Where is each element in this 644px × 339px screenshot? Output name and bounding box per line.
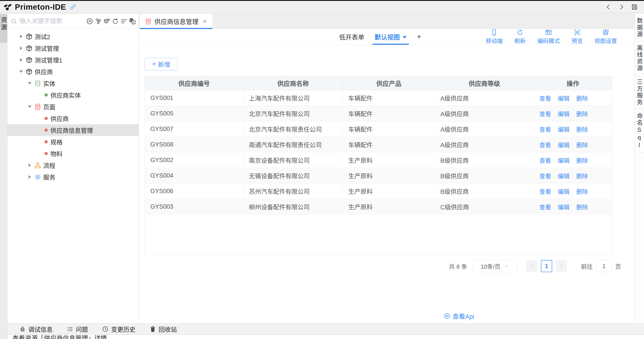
- tree-item-流程[interactable]: 流程: [8, 159, 138, 171]
- tree-item-服务[interactable]: 服务: [8, 171, 138, 183]
- tree-arrow-collapsed[interactable]: [27, 174, 33, 180]
- column-header-供应商编号: 供应商编号: [145, 76, 244, 90]
- dot-red-icon: [44, 152, 48, 155]
- tree-item-测试管理1[interactable]: 测试管理1: [8, 54, 138, 66]
- row-action-编辑[interactable]: 编辑: [558, 140, 570, 149]
- cell-name: 柳州设备配件有限公司: [244, 199, 343, 214]
- relation-icon[interactable]: [95, 18, 102, 25]
- next-page-button[interactable]: [556, 260, 567, 272]
- row-action-删除[interactable]: 删除: [576, 110, 588, 118]
- bottom-bar-调试信息[interactable]: 调试信息: [19, 325, 53, 334]
- tree-arrow-collapsed[interactable]: [18, 45, 24, 51]
- tree-item-供应商[interactable]: 供应商: [8, 112, 138, 124]
- tree-arrow-collapsed[interactable]: [18, 34, 24, 40]
- row-action-删除[interactable]: 删除: [576, 94, 588, 102]
- link-icon[interactable]: [69, 4, 76, 10]
- tree-item-供应商实体[interactable]: 供应商实体: [8, 89, 138, 101]
- table-header: 供应商编号供应商名称供应产品供应商等级操作: [145, 76, 612, 90]
- goto-page-input[interactable]: [596, 260, 612, 272]
- right-panel-tab-离线资源[interactable]: 离线资源: [635, 41, 644, 75]
- tree-item-label: 测试2: [35, 32, 50, 41]
- chevron-left-icon[interactable]: [605, 4, 612, 10]
- tree-item-页面[interactable]: 页面: [8, 101, 138, 112]
- translate-icon[interactable]: En文: [129, 18, 136, 25]
- right-panel-tabs: 数据源离线资源三方服务命名Sql: [634, 14, 644, 324]
- close-icon[interactable]: [202, 19, 208, 24]
- view-action-移动端[interactable]: 移动端: [486, 29, 503, 44]
- add-view-button[interactable]: +: [417, 33, 421, 41]
- row-action-删除[interactable]: 删除: [576, 125, 588, 133]
- package-icon: [26, 45, 33, 52]
- row-action-编辑[interactable]: 编辑: [558, 202, 570, 211]
- resource-tree: 测试2测试管理测试管理1供应商实体供应商实体页面供应商供应商信息管理规格物料流程…: [8, 29, 138, 183]
- view-action-刷新[interactable]: 刷新: [514, 29, 526, 44]
- row-action-查看[interactable]: 查看: [539, 156, 551, 164]
- view-action-视图设置[interactable]: 视图设置: [594, 29, 617, 44]
- tree-item-label: 服务: [43, 173, 55, 182]
- sort-icon[interactable]: [120, 18, 127, 25]
- tree-item-实体[interactable]: 实体: [8, 78, 138, 89]
- prev-page-button[interactable]: [526, 260, 537, 272]
- tree-arrow-expanded[interactable]: [18, 69, 24, 74]
- tree-item-规格[interactable]: 规格: [8, 136, 138, 148]
- view-tab-default[interactable]: 默认视图: [375, 29, 406, 45]
- tree-item-供应商信息管理[interactable]: 供应商信息管理: [8, 124, 138, 136]
- row-action-编辑[interactable]: 编辑: [558, 172, 570, 180]
- bottom-toolbar: 调试信息问题变更历史回收站: [8, 324, 644, 335]
- activity-tab-resources[interactable]: 资源: [0, 14, 7, 43]
- row-action-编辑[interactable]: 编辑: [558, 156, 570, 164]
- row-action-查看[interactable]: 查看: [539, 202, 551, 211]
- chevron-right-icon[interactable]: [618, 4, 625, 10]
- add-button[interactable]: + 新增: [145, 58, 178, 70]
- row-action-查看[interactable]: 查看: [539, 125, 551, 133]
- tree-arrow-expanded[interactable]: [27, 80, 33, 86]
- current-page-button[interactable]: 1: [541, 260, 552, 272]
- ai-icon[interactable]: AI: [86, 18, 93, 25]
- tree-item-供应商[interactable]: 供应商: [8, 66, 138, 78]
- tree-arrow-collapsed[interactable]: [27, 162, 33, 168]
- pagination: 共 8 条 10条/页 1 前往 页: [139, 260, 621, 272]
- save-icon[interactable]: [631, 4, 638, 10]
- tree-item-label: 测试管理1: [35, 56, 62, 64]
- row-action-编辑[interactable]: 编辑: [558, 94, 570, 102]
- page-size-value: 10条/页: [481, 262, 500, 270]
- row-action-删除[interactable]: 删除: [576, 172, 588, 180]
- row-action-编辑[interactable]: 编辑: [558, 187, 570, 196]
- page-size-select[interactable]: 10条/页: [473, 260, 517, 272]
- row-action-删除[interactable]: 删除: [576, 156, 588, 164]
- bottom-bar-回收站[interactable]: 回收站: [150, 325, 177, 334]
- row-action-查看[interactable]: 查看: [539, 172, 551, 180]
- refresh-icon[interactable]: [112, 18, 119, 25]
- right-panel-tab-数据源[interactable]: 数据源: [635, 14, 644, 41]
- right-panel-tab-命名Sql[interactable]: 命名Sql: [635, 109, 644, 152]
- tab-supplier-info[interactable]: 供应商信息管理: [140, 14, 212, 29]
- total-count: 共 8 条: [449, 262, 467, 270]
- row-action-查看[interactable]: 查看: [539, 94, 551, 102]
- row-action-编辑[interactable]: 编辑: [558, 125, 570, 133]
- tree-arrow-collapsed[interactable]: [18, 57, 24, 63]
- row-action-编辑[interactable]: 编辑: [558, 110, 570, 118]
- view-action-编码模式[interactable]: 编码模式: [537, 29, 560, 44]
- view-action-预览[interactable]: 预览: [572, 29, 583, 44]
- row-action-删除[interactable]: 删除: [576, 202, 588, 211]
- tree-arrow-expanded[interactable]: [27, 104, 33, 110]
- row-action-删除[interactable]: 删除: [576, 140, 588, 149]
- bottom-bar-问题[interactable]: 问题: [66, 325, 88, 334]
- tree-item-测试管理[interactable]: 测试管理: [8, 42, 138, 54]
- table-row-GYS008: GYS008南通汽车配件有限责任公司车辆配件A级供应商查看编辑删除: [145, 137, 612, 152]
- chevron-down-icon: [504, 263, 510, 269]
- row-action-查看[interactable]: 查看: [539, 110, 551, 118]
- cell-name: 北京汽车配件有限责任公司: [244, 121, 343, 137]
- row-action-查看[interactable]: 查看: [539, 140, 551, 149]
- tree-item-物料[interactable]: 物料: [8, 148, 138, 159]
- row-action-查看[interactable]: 查看: [539, 187, 551, 196]
- right-panel-tab-三方服务[interactable]: 三方服务: [635, 75, 644, 109]
- tree-item-测试2[interactable]: 测试2: [8, 30, 138, 42]
- view-action-label: 视图设置: [594, 36, 617, 44]
- view-api-link[interactable]: 查看Api: [444, 312, 474, 320]
- row-action-删除[interactable]: 删除: [576, 187, 588, 196]
- cell-product: 车辆配件: [343, 121, 435, 137]
- bottom-bar-变更历史[interactable]: 变更历史: [102, 325, 136, 334]
- search-input[interactable]: [20, 18, 86, 25]
- cube-plus-icon[interactable]: [103, 18, 110, 25]
